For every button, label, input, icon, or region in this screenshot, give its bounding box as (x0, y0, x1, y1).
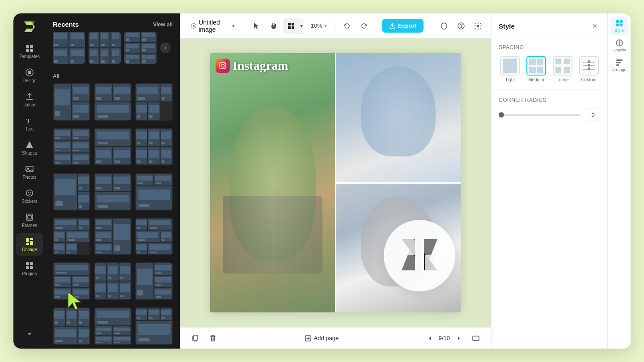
pointer-tool-btn[interactable] (249, 19, 263, 33)
sidebar-item-text[interactable]: T Text (16, 113, 43, 135)
sidebar-item-collage[interactable]: Collage (16, 233, 43, 256)
gt-cell (148, 243, 172, 254)
spacing-tight-option[interactable]: Tight (499, 56, 521, 82)
custom-sliders (583, 62, 595, 70)
thumb-cell (53, 32, 68, 47)
gt-cell (66, 308, 77, 326)
recent-thumb-2[interactable] (89, 32, 121, 64)
spacing-medium-option[interactable]: Medium (525, 56, 548, 82)
add-page-btn[interactable]: Add page (301, 333, 343, 343)
page-navigation: 9/10 (424, 333, 464, 344)
hand-tool-btn[interactable] (266, 19, 280, 33)
spacing-custom-box (579, 56, 599, 76)
gt-cell (148, 129, 159, 146)
layout-item[interactable] (135, 173, 173, 210)
canvas-wrapper[interactable]: Instagram (180, 38, 491, 327)
tab-style[interactable]: Style (610, 17, 628, 35)
spacing-loose-label: Loose (556, 77, 568, 82)
grid-view-btn[interactable] (284, 19, 298, 33)
spacing-medium-label: Medium (528, 77, 544, 82)
gt-cell (95, 326, 112, 335)
sidebar-item-frames[interactable]: Frames (16, 209, 43, 232)
redo-btn[interactable] (357, 19, 371, 33)
layout-item[interactable] (94, 128, 131, 165)
canvas-cell-left[interactable]: Instagram (210, 53, 335, 312)
settings-icon-btn[interactable] (472, 19, 484, 33)
layout-item[interactable] (94, 307, 131, 345)
next-arrow-btn[interactable]: › (160, 42, 171, 53)
spacing-custom-option[interactable]: Custom (577, 56, 600, 82)
file-icon (191, 22, 197, 30)
canvas-cell-top-right[interactable] (336, 53, 461, 182)
corner-radius-slider[interactable] (499, 114, 580, 116)
svg-point-15 (30, 192, 31, 193)
layout-item[interactable] (53, 307, 90, 345)
gt-cell (136, 84, 160, 101)
sidebar-item-upload[interactable]: Upload (16, 88, 43, 111)
layout-item[interactable] (53, 173, 90, 210)
layout-item[interactable] (94, 262, 131, 300)
gt-cell (95, 243, 112, 254)
tab-arrange[interactable]: Arrange (610, 56, 628, 74)
design-icon (25, 68, 34, 77)
sidebar-item-templates[interactable]: Templates (16, 40, 43, 63)
recent-thumb-3[interactable] (124, 32, 157, 64)
zoom-level: 10% (311, 22, 322, 29)
export-button[interactable]: Export (382, 19, 424, 33)
sidebar-item-label-plugins: Plugins (22, 271, 37, 276)
style-close-btn[interactable]: ✕ (589, 21, 600, 31)
gt-cell (95, 192, 131, 210)
gt-cell (119, 282, 131, 299)
shapes-icon (25, 140, 34, 149)
layout-grid-btn[interactable] (470, 332, 482, 345)
sidebar-item-plugins[interactable]: Plugins (16, 257, 43, 280)
right-tab-bar: Style Opacity Arrange (607, 13, 631, 349)
file-info[interactable]: Untitled image ▾ (187, 17, 238, 35)
gt-cell (154, 276, 172, 287)
sidebar-item-stickers[interactable]: Stickers (16, 185, 43, 207)
page-indicator: 9/10 (439, 335, 450, 341)
sidebar-item-shapes[interactable]: Shapes (16, 137, 43, 159)
sidebar-expand-btn[interactable] (22, 327, 37, 343)
spacing-loose-option[interactable]: Loose (551, 56, 574, 82)
redo-icon (360, 22, 368, 29)
sidebar-item-design[interactable]: Design (16, 64, 43, 87)
corner-radius-value[interactable]: 0 (586, 109, 600, 121)
layout-item[interactable] (94, 83, 131, 121)
delete-page-btn[interactable] (207, 332, 219, 345)
sidebar-item-photos[interactable]: Photos (16, 161, 43, 183)
svg-point-28 (193, 25, 195, 27)
gt-cell (95, 336, 112, 344)
help-icon-btn[interactable] (455, 19, 467, 33)
next-page-btn[interactable] (453, 333, 464, 344)
layout-item[interactable] (53, 83, 90, 121)
corner-radius-thumb[interactable] (499, 112, 504, 118)
tab-opacity[interactable]: Opacity (610, 37, 628, 55)
spacing-options: Tight Medium (499, 56, 600, 82)
layout-item[interactable] (94, 173, 131, 210)
duplicate-page-btn[interactable] (189, 332, 201, 345)
layout-item[interactable] (53, 262, 90, 300)
view-all-button[interactable]: View all (153, 21, 173, 28)
layout-item[interactable] (135, 262, 173, 300)
shield-icon-btn[interactable] (438, 19, 450, 33)
text-icon: T (25, 116, 34, 125)
plugins-icon (25, 261, 34, 270)
svg-rect-51 (616, 20, 619, 23)
gt-cell (95, 219, 112, 230)
layout-item[interactable] (135, 83, 173, 121)
layout-item[interactable] (135, 307, 173, 345)
layout-item[interactable] (53, 218, 90, 255)
style-panel-header: Style ✕ (491, 13, 607, 37)
layout-item[interactable] (94, 218, 131, 255)
prev-page-btn[interactable] (424, 333, 435, 344)
spacing-medium-box (526, 56, 546, 76)
app-logo[interactable] (21, 19, 38, 35)
recent-thumb-1[interactable] (53, 32, 85, 64)
sp-cell (555, 67, 561, 73)
zoom-control[interactable]: 10% ▾ (307, 21, 330, 31)
layout-item[interactable] (135, 218, 173, 255)
layout-item[interactable] (53, 128, 90, 165)
undo-btn[interactable] (340, 19, 354, 33)
layout-item[interactable] (135, 128, 173, 165)
